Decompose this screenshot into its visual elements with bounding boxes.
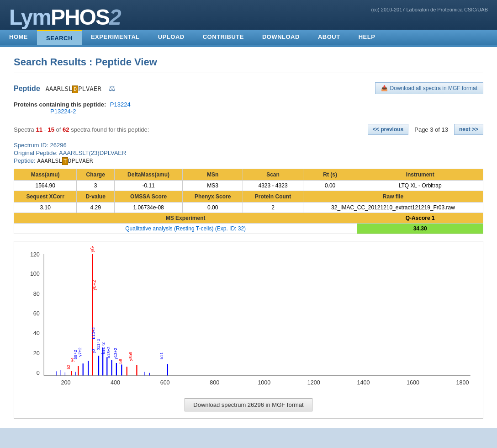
spectrum-id: Spectrum ID: 26296 — [14, 142, 483, 149]
qascore-header: Q-Ascore 1 — [357, 213, 483, 224]
bar-misc-4 — [75, 372, 76, 375]
bar-b12-2 — [111, 360, 112, 375]
nav-home[interactable]: HOME — [0, 30, 37, 45]
nav-contribute[interactable]: ContrIbUTE — [194, 30, 253, 45]
peptide-mod-d: D — [72, 85, 78, 93]
col-instrument: Instrument — [357, 169, 483, 181]
col-omssa: OMSSA Score — [114, 191, 182, 203]
table-header-row-1: Mass(amu) Charge DeltaMass(amu) MSn Scan… — [14, 169, 483, 181]
x-label-400: 400 — [111, 379, 120, 386]
nav-help[interactable]: HELP — [349, 30, 385, 45]
cell-deltamass: -0.11 — [114, 181, 182, 191]
nav-download[interactable]: DOWNLOAD — [253, 30, 309, 45]
bar-y13-2 — [121, 364, 122, 375]
label-b2: b2 — [66, 365, 71, 369]
table-data-row-1: 1564.90 3 -0.11 MS3 4323 - 4323 0.00 LTQ… — [14, 181, 483, 191]
spectrum-peptide-suffix: DPLVAER — [68, 157, 93, 164]
page-info: Page 3 of 13 — [411, 126, 452, 133]
logo-phos: PHOS — [51, 5, 109, 29]
cell-rawfile: 32_IMAC_CC_20121210_extract121219_Fr03.r… — [303, 203, 483, 213]
cell-omssa: 1.06734e-08 — [114, 203, 182, 213]
col-phenyx: Phenyx Score — [183, 191, 243, 203]
peptide-row: Peptide AAARLSLDPLVAER ⚖ 📥 Download all … — [14, 82, 483, 94]
spectra-total: 62 — [63, 126, 69, 133]
cell-msn: MS3 — [183, 181, 243, 191]
copyright-text: (cc) 2010-2017 Laboratori de Proteòmica … — [371, 5, 488, 12]
label-y3: y3 — [91, 349, 96, 353]
bar-y4 — [78, 366, 79, 376]
logo-two: 2 — [109, 5, 121, 29]
bar-b13-2 — [116, 363, 117, 375]
ms-exp-label: MS Experiment — [14, 213, 357, 224]
peptide-seq-prefix: AAARLSL — [45, 85, 72, 92]
col-sequest: Sequest XCorr — [14, 191, 77, 203]
label-y8b9: y8b9 — [128, 352, 133, 361]
nav-search[interactable]: SEARCH — [37, 30, 82, 45]
peptide-seq-suffix: PLVAER — [78, 85, 101, 92]
qascore-value: 34.30 — [357, 224, 483, 234]
balance-icon: ⚖ — [109, 84, 115, 93]
y-label-60: 60 — [33, 310, 40, 317]
ms-exp-value: Qualitative analysis (Resting T-cells) (… — [14, 224, 357, 234]
y-label-100: 100 — [30, 271, 40, 277]
cell-scan: 4323 - 4323 — [243, 181, 303, 191]
x-label-200: 200 — [61, 379, 71, 386]
col-msn: MSn — [183, 169, 243, 181]
table-data-row-2: 3.10 4.29 1.06734e-08 0.00 2 32_IMAC_CC_… — [14, 203, 483, 213]
cell-phenyx: 0.00 — [183, 203, 243, 213]
bar-misc-1 — [56, 371, 57, 375]
nav-about[interactable]: ABOUT — [309, 30, 349, 45]
spectra-row: Spectra 11 - 15 of 62 spectra found for … — [14, 124, 483, 135]
peptide-label: Peptide — [14, 85, 40, 92]
spectrum-peptide-prefix: AAARLSL — [37, 157, 62, 164]
bar-b8 — [127, 367, 127, 375]
download-spectrum-button[interactable]: Download spectrum 26296 in MGF format — [185, 398, 312, 411]
label-b10-2: b10+2 — [91, 327, 96, 339]
x-label-600: 600 — [160, 379, 170, 386]
spectrum-peptide-seq: AAARLSLTDPLVAER — [37, 157, 93, 164]
spectrum-peptide-line: Peptide: AAARLSLTDPLVAER — [14, 157, 483, 164]
logo-lym: Lym — [9, 5, 51, 29]
cell-mass: 1564.90 — [14, 181, 77, 191]
nav-experimental[interactable]: EXPERIMENTAL — [82, 30, 149, 45]
cell-rt: 0.00 — [303, 181, 357, 191]
protein-link-1[interactable]: P13224 — [110, 101, 131, 108]
x-label-1200: 1200 — [307, 379, 320, 386]
cell-dvalue: 4.29 — [77, 203, 115, 213]
x-label-1800: 1800 — [456, 379, 469, 386]
spectra-of: of — [56, 126, 63, 133]
spectra-range-end: 15 — [48, 126, 54, 133]
spectrum-peptide-mod: T — [62, 157, 68, 165]
protein-link-2[interactable]: P13224-2 — [50, 108, 483, 115]
spectrum-svg: 120 100 80 60 40 20 0 200 400 600 800 10… — [19, 246, 478, 392]
download-mgf-button[interactable]: 📥 Download all spectra in MGF format — [375, 82, 483, 94]
nav-upload[interactable]: UPLOAD — [149, 30, 194, 45]
bar-b11-2 — [106, 357, 107, 375]
col-deltamass: DeltaMass(amu) — [114, 169, 182, 181]
download-icon: 📥 — [381, 85, 388, 91]
logo: LymPHOS2 — [9, 5, 121, 30]
label-y4: y4 — [70, 357, 74, 362]
previous-button[interactable]: << previous — [368, 124, 408, 135]
next-button[interactable]: next >> — [454, 124, 483, 135]
cell-sequest: 3.10 — [14, 203, 77, 213]
bar-y8b9 — [136, 365, 137, 376]
y-label-40: 40 — [33, 330, 40, 336]
spectrum-data-table: Mass(amu) Charge DeltaMass(amu) MSn Scan… — [14, 169, 483, 234]
main-content: Search Results : Peptide View Peptide AA… — [0, 47, 497, 428]
peptide-info: Peptide AAARLSLDPLVAER ⚖ — [14, 84, 115, 93]
table-ms-exp-value-row: Qualitative analysis (Resting T-cells) (… — [14, 224, 483, 234]
y-label-80: 80 — [33, 291, 40, 297]
bar-b2 — [71, 371, 72, 375]
x-label-1600: 1600 — [407, 379, 419, 386]
y-label-0: 0 — [37, 370, 40, 376]
bar-y3 — [98, 356, 99, 375]
bar-misc-2 — [61, 370, 61, 375]
peptide-sequence: AAARLSLDPLVAER — [45, 85, 105, 92]
x-label-1400: 1400 — [357, 379, 370, 386]
bar-b11 — [167, 364, 168, 375]
bar-misc-5 — [144, 372, 144, 375]
bar-misc-6 — [149, 373, 150, 376]
spectrum-original-peptide: Original Peptide: AAARLSLT(23)DPLVAER — [14, 149, 483, 156]
col-charge: Charge — [77, 169, 115, 181]
